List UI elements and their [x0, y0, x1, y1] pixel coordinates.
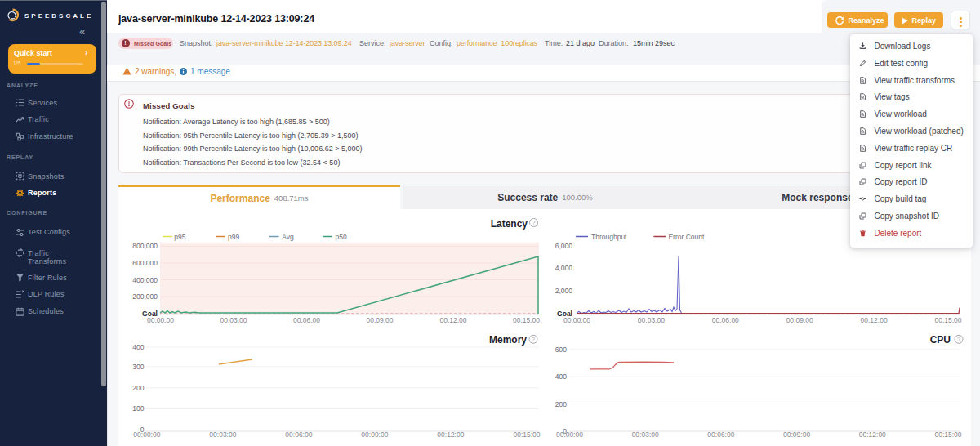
svg-text:Latency: Latency: [491, 218, 528, 230]
svg-text:p50: p50: [336, 233, 347, 241]
svg-text:00:09:00: 00:09:00: [366, 316, 393, 324]
svg-text:CPU: CPU: [930, 334, 951, 346]
svg-text:00:03:00: 00:03:00: [209, 430, 236, 439]
svg-text:?: ?: [532, 219, 535, 226]
svg-text:p99: p99: [228, 233, 239, 241]
svg-text:400,000: 400,000: [132, 276, 158, 284]
svg-text:00:06:00: 00:06:00: [293, 316, 320, 324]
svg-text:00:12:00: 00:12:00: [861, 316, 888, 324]
svg-text:200: 200: [555, 400, 567, 408]
svg-text:00:06:00: 00:06:00: [712, 316, 739, 324]
svg-text:00:03:00: 00:03:00: [632, 430, 659, 439]
svg-text:100: 100: [132, 404, 144, 413]
svg-text:00:03:00: 00:03:00: [220, 316, 247, 324]
svg-text:00:12:00: 00:12:00: [859, 430, 886, 439]
svg-text:?: ?: [532, 336, 535, 343]
svg-text:2,000: 2,000: [555, 287, 573, 295]
svg-text:00:09:00: 00:09:00: [783, 430, 810, 439]
svg-text:6,000: 6,000: [555, 242, 573, 250]
svg-text:p95: p95: [174, 233, 185, 241]
svg-text:00:15:00: 00:15:00: [513, 316, 540, 324]
svg-text:00:12:00: 00:12:00: [439, 316, 466, 324]
svg-text:00:00:00: 00:00:00: [147, 316, 174, 324]
svg-text:4,000: 4,000: [555, 264, 573, 272]
svg-text:00:06:00: 00:06:00: [285, 430, 312, 439]
svg-text:Memory: Memory: [489, 334, 527, 346]
svg-text:800,000: 800,000: [132, 242, 158, 250]
svg-text:00:15:00: 00:15:00: [934, 316, 961, 324]
svg-text:200: 200: [132, 384, 144, 392]
svg-text:600: 600: [555, 346, 567, 354]
svg-text:00:15:00: 00:15:00: [513, 430, 540, 439]
svg-text:200,000: 200,000: [132, 292, 158, 301]
svg-text:00:15:00: 00:15:00: [934, 430, 961, 439]
svg-text:Error Count: Error Count: [668, 233, 705, 241]
svg-text:00:06:00: 00:06:00: [707, 430, 734, 439]
svg-text:300: 300: [132, 363, 144, 371]
svg-text:00:03:00: 00:03:00: [638, 316, 665, 324]
svg-text:00:12:00: 00:12:00: [437, 430, 464, 439]
svg-text:400: 400: [132, 343, 144, 351]
svg-text:Throughput: Throughput: [591, 233, 627, 241]
svg-text:00:09:00: 00:09:00: [786, 316, 813, 324]
svg-text:00:00:00: 00:00:00: [564, 316, 590, 324]
svg-text:?: ?: [957, 336, 960, 343]
svg-text:600,000: 600,000: [132, 259, 158, 267]
svg-text:400: 400: [555, 372, 567, 381]
svg-text:Avg: Avg: [282, 233, 294, 241]
svg-text:00:00:00: 00:00:00: [133, 430, 160, 439]
svg-text:00:09:00: 00:09:00: [361, 430, 388, 439]
svg-text:00:00:00: 00:00:00: [556, 430, 583, 439]
